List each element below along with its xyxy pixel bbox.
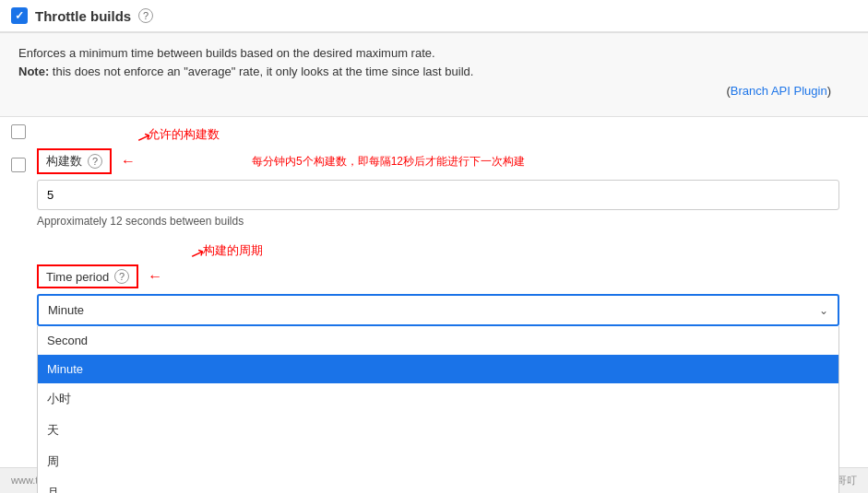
build-count-help-icon[interactable]: ? [88,154,102,169]
annotation-period: 构建的周期 ↙ [37,242,853,263]
build-count-input[interactable] [37,180,839,210]
chevron-down-icon: ⌄ [819,304,828,317]
left-sidebar [0,117,37,350]
header-help-icon[interactable]: ? [138,8,153,23]
arrow-left-count: ← [121,153,136,170]
description-line1: Enforces a minimum time between builds b… [18,44,850,63]
annotation-allow-builds-text: 允许的构建数 [148,126,220,143]
option-minute[interactable]: Minute [38,355,838,383]
build-count-label-row: 构建数 ? ← 每分钟内5个构建数，即每隔12秒后才能进行下一次构建 [37,148,853,174]
annotation-period-text: 构建的周期 [203,242,263,259]
option-hour[interactable]: 小时 [38,383,838,415]
arrow-allow-builds: ↙ [134,126,154,150]
description-note: Note: this does not enforce an "average"… [18,63,850,81]
time-period-dropdown: Second Minute 小时 天 周 月 年 [37,326,839,493]
throttle-builds-checkbox[interactable] [11,7,28,24]
time-period-select-wrapper: Minute ⌄ Second Minute 小时 天 周 月 年 [37,294,839,326]
annotation-allow-builds: 允许的构建数 ↙ [37,126,853,147]
build-count-label: 构建数 [46,153,82,170]
left-checkbox-1[interactable] [11,124,26,139]
time-period-label-row: Time period ? ← [37,264,853,288]
option-second[interactable]: Second [38,326,838,355]
page-title: Throttle builds [35,8,131,24]
arrow-period: ↙ [187,242,208,266]
option-month[interactable]: 月 [38,477,838,493]
branch-api-section: (Branch API Plugin) [18,80,850,105]
description-box: Enforces a minimum time between builds b… [0,32,868,117]
time-period-select-display[interactable]: Minute ⌄ [37,294,839,326]
option-day[interactable]: 天 [38,415,838,446]
build-count-section: 构建数 ? ← 每分钟内5个构建数，即每隔12秒后才能进行下一次构建 Appro… [37,148,853,228]
header-bar: Throttle builds ? [0,0,868,32]
option-week[interactable]: 周 [38,446,838,477]
build-count-label-box: 构建数 ? [37,148,112,174]
time-period-section: Time period ? ← Minute ⌄ Second Minute [37,264,853,326]
rate-annotation: 每分钟内5个构建数，即每隔12秒后才能进行下一次构建 [252,154,525,170]
left-checkbox-2[interactable] [11,158,26,172]
time-period-label-box: Time period ? [37,264,138,288]
approx-text: Approximately 12 seconds between builds [37,215,853,228]
time-period-help-icon[interactable]: ? [114,269,129,284]
select-value: Minute [48,303,84,317]
time-period-label: Time period [46,270,109,284]
branch-api-link[interactable]: Branch API Plugin [731,84,827,98]
arrow-left-period: ← [148,268,162,285]
